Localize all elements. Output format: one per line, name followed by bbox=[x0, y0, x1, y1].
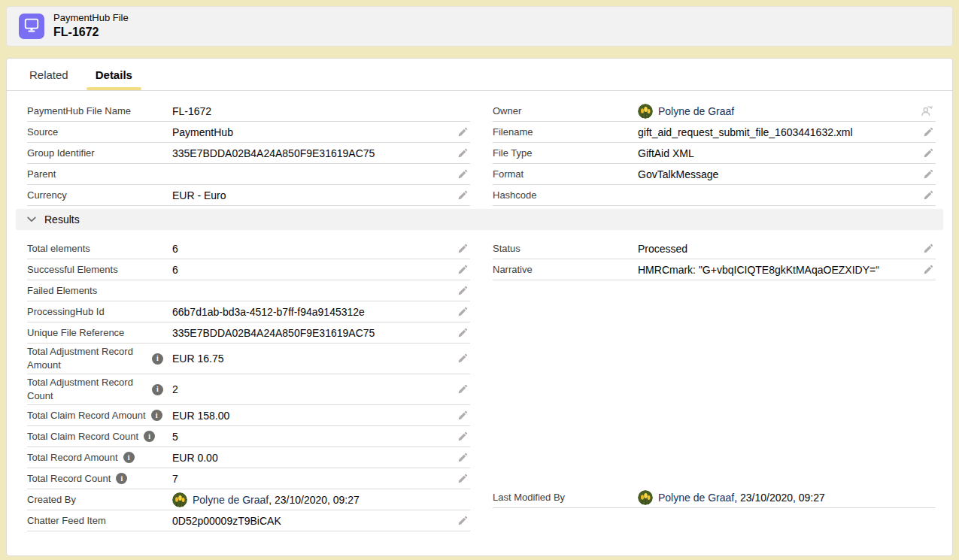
inline-edit-button[interactable] bbox=[455, 352, 470, 365]
pencil-icon bbox=[923, 266, 933, 277]
field-label-text: Currency bbox=[27, 189, 67, 202]
field-label-text: Format bbox=[493, 168, 524, 181]
results-section-toggle[interactable]: Results bbox=[16, 209, 943, 230]
user-link[interactable]: Polyne de Graaf bbox=[658, 492, 734, 504]
info-icon[interactable]: i bbox=[151, 410, 162, 421]
inline-edit-button[interactable] bbox=[921, 147, 936, 160]
inline-edit-button[interactable] bbox=[921, 263, 936, 277]
field-row-filename: Filenamegift_aid_request_submit_file_160… bbox=[493, 122, 936, 143]
info-icon[interactable]: i bbox=[116, 473, 127, 484]
top-left-column: PaymentHub File NameFL-1672SourcePayment… bbox=[27, 101, 470, 206]
inline-edit-button[interactable] bbox=[455, 189, 470, 202]
inline-edit-button[interactable] bbox=[455, 284, 470, 298]
inline-edit-button[interactable] bbox=[455, 514, 470, 528]
inline-edit-button[interactable] bbox=[455, 383, 470, 396]
field-value-text: EUR - Euro bbox=[172, 189, 226, 201]
field-label: File Type bbox=[493, 147, 638, 160]
inline-edit-button[interactable] bbox=[455, 430, 470, 443]
inline-edit-button[interactable] bbox=[455, 242, 470, 256]
field-label-text: Created By bbox=[27, 493, 76, 507]
field-value-text: 5 bbox=[172, 431, 178, 443]
field-value: EUR 158.00 bbox=[172, 410, 448, 422]
record-header-text: PaymentHub File FL-1672 bbox=[53, 12, 129, 41]
tab-related[interactable]: Related bbox=[20, 59, 77, 90]
pencil-icon bbox=[457, 517, 468, 528]
field-value-text: 66b7d1ab-bd3a-4512-b7ff-f94a9145312e bbox=[172, 306, 365, 318]
field-row-source: SourcePaymentHub bbox=[27, 122, 470, 143]
change-owner-button[interactable] bbox=[918, 103, 936, 119]
pencil-icon bbox=[457, 171, 468, 182]
pencil-icon bbox=[457, 287, 468, 298]
inline-edit-button[interactable] bbox=[455, 147, 470, 160]
field-label-text: Filename bbox=[493, 126, 533, 139]
field-row-paymenthub-file-name: PaymentHub File NameFL-1672 bbox=[27, 101, 470, 122]
field-value: gift_aid_request_submit_file_1603441632.… bbox=[638, 126, 913, 138]
field-label-text: Total Adjustment Record Count bbox=[27, 376, 152, 402]
inline-edit-button[interactable] bbox=[455, 472, 470, 486]
pencil-icon bbox=[923, 129, 933, 140]
field-label-text: Source bbox=[27, 126, 58, 139]
info-icon[interactable]: i bbox=[152, 353, 163, 365]
row-actions bbox=[448, 263, 470, 277]
field-value-text: gift_aid_request_submit_file_1603441632.… bbox=[638, 126, 853, 138]
inline-edit-button[interactable] bbox=[455, 451, 470, 465]
inline-edit-button[interactable] bbox=[921, 189, 936, 202]
field-value: GovTalkMessage bbox=[638, 168, 913, 180]
field-value-text: Processed bbox=[638, 243, 687, 255]
field-value: 6 bbox=[172, 264, 448, 276]
field-label: Total Claim Record Amounti bbox=[27, 409, 172, 422]
results-fields-grid: Total elements6Successful Elements6Faile… bbox=[27, 238, 936, 531]
field-label-text: Parent bbox=[27, 168, 56, 181]
user-link[interactable]: Polyne de Graaf bbox=[658, 105, 734, 117]
field-value-text: PaymentHub bbox=[172, 126, 233, 138]
field-label: Unique File Reference bbox=[27, 326, 172, 340]
pencil-icon bbox=[457, 245, 468, 256]
chevron-down-icon bbox=[26, 214, 37, 225]
field-row-total-claim-record-amount: Total Claim Record AmountiEUR 158.00 bbox=[27, 405, 470, 426]
inline-edit-button[interactable] bbox=[921, 168, 936, 181]
pencil-icon bbox=[923, 150, 933, 161]
field-row-total-elements: Total elements6 bbox=[27, 238, 470, 259]
inline-edit-button[interactable] bbox=[921, 242, 936, 256]
inline-edit-button[interactable] bbox=[455, 168, 470, 181]
field-label-text: Chatter Feed Item bbox=[27, 514, 106, 528]
field-label: Group Identifier bbox=[27, 147, 172, 160]
inline-edit-button[interactable] bbox=[455, 263, 470, 277]
field-label-text: PaymentHub File Name bbox=[27, 104, 131, 118]
field-label: Currency bbox=[27, 189, 172, 202]
inline-edit-button[interactable] bbox=[455, 126, 470, 139]
tab-details[interactable]: Details bbox=[86, 59, 141, 90]
row-actions bbox=[913, 168, 936, 181]
info-icon[interactable]: i bbox=[152, 384, 163, 395]
pencil-icon bbox=[457, 355, 468, 366]
inline-edit-button[interactable] bbox=[921, 126, 936, 139]
pencil-icon bbox=[457, 266, 468, 277]
field-value: Polyne de Graaf, 23/10/2020, 09:27 bbox=[172, 492, 448, 507]
field-row-total-adjustment-record-count: Total Adjustment Record Counti2 bbox=[27, 374, 470, 405]
field-label-text: Unique File Reference bbox=[27, 326, 124, 340]
field-label: PaymentHub File Name bbox=[27, 104, 172, 118]
inline-edit-button[interactable] bbox=[455, 326, 470, 340]
pencil-icon bbox=[457, 129, 468, 140]
row-actions bbox=[448, 168, 470, 181]
field-label-text: ProcessingHub Id bbox=[27, 305, 105, 319]
pencil-icon bbox=[457, 454, 468, 465]
field-label: Format bbox=[493, 168, 638, 181]
row-actions bbox=[448, 305, 470, 319]
field-label-text: Owner bbox=[493, 104, 521, 118]
row-actions bbox=[913, 242, 936, 256]
info-icon[interactable]: i bbox=[144, 431, 155, 442]
field-value: PaymentHub bbox=[172, 126, 448, 138]
field-label: Failed Elements bbox=[27, 284, 172, 298]
field-label-text: Failed Elements bbox=[27, 284, 97, 298]
field-label-text: Status bbox=[493, 242, 520, 256]
user-link[interactable]: Polyne de Graaf bbox=[193, 494, 269, 506]
field-value-datetime: , 23/10/2020, 09:27 bbox=[734, 492, 825, 504]
inline-edit-button[interactable] bbox=[455, 409, 470, 422]
info-icon[interactable]: i bbox=[123, 452, 135, 463]
inline-edit-button[interactable] bbox=[455, 305, 470, 319]
field-label-text: Total Adjustment Record Amount bbox=[27, 345, 152, 371]
row-actions bbox=[448, 242, 470, 256]
field-label-text: Total Claim Record Amount bbox=[27, 409, 146, 422]
user-avatar bbox=[638, 490, 653, 505]
